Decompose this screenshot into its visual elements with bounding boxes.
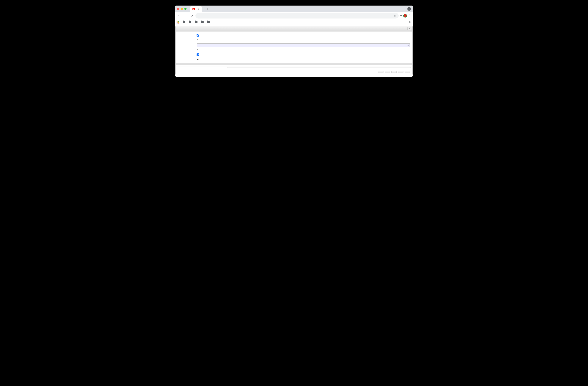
unbind-button[interactable]	[398, 71, 403, 73]
folder-icon	[207, 21, 210, 23]
field-label	[178, 44, 197, 44]
binding-value	[227, 67, 411, 68]
back-button[interactable]: ←	[177, 13, 182, 18]
config-info-header	[176, 63, 412, 65]
reading-list-icon: ▤	[408, 21, 411, 23]
browser-toolbar: ← → ⟳ ☆ ✦ ⋮	[175, 12, 413, 19]
profile-indicator-icon[interactable]: ▾	[407, 7, 411, 11]
warning-icon: ▲	[197, 38, 199, 41]
binding-label	[177, 67, 227, 68]
browser-menu-icon[interactable]: ⋮	[408, 14, 411, 18]
reset-button[interactable]	[385, 71, 390, 73]
titlebar: A × + ▾	[175, 5, 413, 12]
dialog-header: ✕	[176, 26, 412, 31]
apps-grid-icon	[177, 21, 179, 23]
extensions-icon[interactable]: ✦	[400, 14, 402, 17]
bookmark-aem-cif[interactable]	[189, 21, 192, 23]
folder-icon	[189, 21, 191, 23]
adobe-favicon: A	[192, 8, 195, 10]
config-dialog: ✕ ▲ ▲	[175, 26, 413, 75]
bookmark-star-icon[interactable]: ☆	[394, 14, 397, 17]
address-bar[interactable]: ☆	[195, 13, 399, 19]
dialog-close-button[interactable]: ✕	[408, 27, 411, 30]
reload-button[interactable]: ⟳	[189, 13, 194, 18]
last-modified-source-select[interactable]	[197, 44, 410, 47]
forward-button[interactable]: →	[183, 13, 188, 18]
field-label	[178, 34, 197, 34]
folder-icon	[195, 21, 197, 23]
field-last-modified-source: ▲	[178, 42, 410, 52]
cancel-button[interactable]	[378, 71, 383, 73]
pid-row	[176, 65, 412, 67]
browser-window: A × + ▾ ← → ⟳ ☆ ✦ ⋮	[175, 5, 413, 77]
bookmark-good-to-have[interactable]	[201, 21, 205, 23]
profile-avatar[interactable]	[403, 14, 407, 18]
browser-tab[interactable]: A ×	[190, 6, 202, 12]
reading-list-button[interactable]: ▤	[408, 21, 411, 23]
field-add-last-modified: ▲	[178, 33, 410, 42]
warning-icon: ▲	[197, 48, 199, 51]
dialog-footer	[176, 69, 412, 75]
bookmark-adobe[interactable]	[183, 21, 186, 23]
window-minimize[interactable]	[181, 8, 183, 10]
add-last-modified-checkbox[interactable]	[197, 34, 199, 36]
save-button[interactable]	[405, 71, 410, 73]
binding-row	[176, 67, 412, 69]
bookmark-aem[interactable]	[207, 21, 210, 23]
window-close[interactable]	[177, 8, 179, 10]
warning-icon: ▲	[197, 57, 199, 61]
apps-shortcut[interactable]	[177, 21, 180, 23]
add-language-alternates-checkbox[interactable]	[197, 53, 199, 56]
bookmark-good-to-know[interactable]	[195, 21, 198, 23]
folder-icon	[183, 21, 185, 23]
field-add-language-alternates: ▲	[178, 52, 410, 62]
field-label	[178, 53, 197, 54]
tab-close-icon[interactable]: ×	[198, 8, 200, 11]
window-maximize[interactable]	[184, 8, 187, 10]
page-content: ✕ ▲ ▲	[175, 26, 413, 75]
delete-button[interactable]	[391, 71, 397, 73]
folder-icon	[201, 21, 204, 23]
new-tab-button[interactable]: +	[205, 6, 210, 11]
bookmarks-bar: ▤	[175, 19, 413, 25]
